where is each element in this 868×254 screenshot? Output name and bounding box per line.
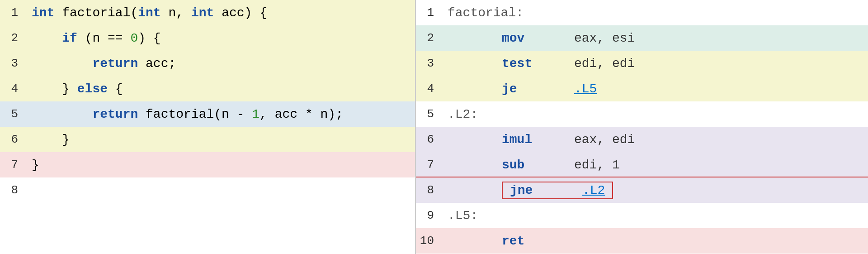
kw-token: return: [92, 107, 138, 121]
asm-operands: edi, 1: [574, 158, 620, 172]
asm-line-content: jne.L2: [443, 179, 868, 202]
right-line-7: 7subedi, 1: [416, 152, 868, 177]
asm-operands: edi, edi: [574, 57, 635, 71]
left-pane: 1int factorial(int n, int acc) {2 if (n …: [0, 0, 416, 254]
asm-instruction: ret: [502, 234, 556, 248]
asm-line-number: 9: [416, 209, 443, 222]
line-number: 7: [0, 158, 27, 172]
asm-line-number: 4: [416, 82, 443, 96]
left-line-8: 8: [0, 177, 415, 203]
asm-instr-wrap: imuleax, edi: [502, 133, 635, 147]
asm-label: factorial:: [448, 6, 524, 20]
right-line-10: 10ret: [416, 228, 868, 254]
asm-instr-wrap: subedi, 1: [502, 158, 620, 172]
right-line-8: 8jne.L2: [416, 177, 868, 203]
line-number: 5: [0, 107, 27, 121]
kw-token: else: [77, 82, 108, 96]
line-content: [27, 187, 415, 193]
plain-token: [32, 107, 92, 121]
plain-token: n,: [161, 6, 191, 20]
left-line-6: 6 }: [0, 127, 415, 152]
asm-line-content: .L5:: [443, 206, 868, 225]
left-line-1: 1int factorial(int n, int acc) {: [0, 0, 415, 25]
asm-line-number: 1: [416, 6, 443, 19]
plain-token: ) {: [138, 31, 160, 45]
asm-line-content: subedi, 1: [443, 155, 868, 175]
asm-operands: eax, esi: [574, 31, 635, 45]
left-line-4: 4 } else {: [0, 76, 415, 101]
asm-jump-target[interactable]: .L2: [582, 183, 605, 197]
plain-token: }: [32, 82, 77, 96]
asm-line-content: ret: [443, 231, 868, 251]
asm-line-number: 2: [416, 31, 443, 45]
line-number: 8: [0, 183, 27, 197]
kw-token: return: [92, 57, 138, 71]
left-line-2: 2 if (n == 0) {: [0, 25, 415, 51]
plain-token: factorial(: [54, 6, 138, 20]
kw-token: if: [62, 31, 77, 45]
asm-instruction: test: [502, 57, 556, 71]
left-line-7: 7}: [0, 152, 415, 177]
right-line-6: 6imuleax, edi: [416, 127, 868, 152]
asm-line-content: testedi, edi: [443, 54, 868, 73]
asm-label: .L5:: [448, 209, 502, 223]
asm-line-number: 7: [416, 158, 443, 172]
line-number: 4: [0, 82, 27, 96]
plain-token: }: [32, 158, 39, 172]
plain-token: [32, 57, 92, 71]
line-number: 3: [0, 57, 27, 70]
asm-instruction: mov: [502, 31, 556, 45]
plain-token: (n ==: [77, 31, 131, 45]
line-number: 1: [0, 6, 27, 19]
line-content: } else {: [27, 79, 415, 99]
left-line-5: 5 return factorial(n - 1, acc * n);: [0, 101, 415, 127]
asm-instruction: jne: [510, 183, 564, 197]
right-line-1: 1factorial:: [416, 0, 868, 25]
kw-token: int: [138, 6, 160, 20]
asm-line-number: 6: [416, 133, 443, 146]
asm-line-content: imuleax, edi: [443, 130, 868, 149]
asm-line-content: factorial:: [443, 3, 868, 23]
plain-token: acc;: [138, 57, 176, 71]
plain-token: [32, 31, 62, 45]
asm-line-number: 8: [416, 183, 443, 197]
asm-line-content: moveax, esi: [443, 29, 868, 48]
line-content: }: [27, 130, 415, 149]
asm-line-content: .L2:: [443, 105, 868, 124]
line-content: int factorial(int n, int acc) {: [27, 3, 415, 23]
asm-jump-target[interactable]: .L5: [574, 82, 597, 96]
left-line-3: 3 return acc;: [0, 51, 415, 76]
right-line-9: 9.L5:: [416, 203, 868, 228]
asm-label: .L2:: [448, 107, 502, 121]
kw-token: int: [191, 6, 214, 20]
plain-token: }: [32, 133, 70, 147]
asm-instruction: sub: [502, 158, 556, 172]
asm-line-content: je.L5: [443, 79, 868, 99]
line-content: }: [27, 155, 415, 175]
num-token: 0: [130, 31, 138, 45]
asm-operands: eax, edi: [574, 133, 635, 147]
right-pane: 1factorial:2moveax, esi3testedi, edi4je.…: [416, 0, 868, 254]
line-content: return factorial(n - 1, acc * n);: [27, 105, 415, 124]
line-number: 6: [0, 133, 27, 146]
plain-token: factorial(n -: [138, 107, 252, 121]
asm-line-number: 5: [416, 107, 443, 121]
asm-line-number: 10: [416, 234, 443, 248]
right-line-3: 3testedi, edi: [416, 51, 868, 76]
right-line-5: 5.L2:: [416, 101, 868, 127]
asm-instruction: je: [502, 82, 556, 96]
asm-instr-wrap: je.L5: [502, 82, 597, 96]
line-content: if (n == 0) {: [27, 29, 415, 48]
asm-instr-wrap: moveax, esi: [502, 31, 635, 45]
asm-instr-wrap: ret: [502, 234, 556, 248]
asm-instruction: imul: [502, 133, 556, 147]
asm-line-number: 3: [416, 57, 443, 70]
line-content: return acc;: [27, 54, 415, 73]
plain-token: {: [108, 82, 123, 96]
plain-token: , acc * n);: [259, 107, 343, 121]
plain-token: acc) {: [214, 6, 267, 20]
kw-token: int: [32, 6, 54, 20]
asm-instr-wrap: jne.L2: [502, 182, 613, 199]
line-number: 2: [0, 31, 27, 45]
right-line-4: 4je.L5: [416, 76, 868, 101]
